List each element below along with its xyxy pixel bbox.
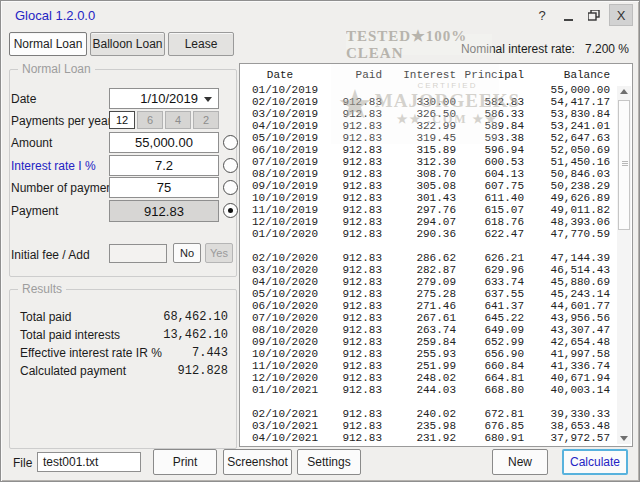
initial-fee-yes-button[interactable]: Yes bbox=[205, 243, 233, 263]
cell: 680.91 bbox=[456, 432, 524, 444]
solve-payment-radio[interactable] bbox=[223, 203, 238, 218]
ppy-option-2[interactable]: 2 bbox=[193, 111, 219, 129]
app-window: Glocal 1.2.0.0 ? X Normal LoanBalloon Lo… bbox=[0, 0, 640, 482]
ppy-option-6[interactable]: 6 bbox=[137, 111, 163, 129]
restore-icon bbox=[588, 10, 600, 21]
table-row[interactable]: 03/10/2019912.83326.50586.3353,830.84 bbox=[240, 108, 632, 120]
table-row[interactable]: 12/10/2019912.83294.07618.7648,393.06 bbox=[240, 216, 632, 228]
table-row[interactable]: 04/10/2021912.83231.92680.9137,972.57 bbox=[240, 432, 632, 444]
result-label: Total paid bbox=[20, 310, 71, 326]
cell: 43,956.56 bbox=[524, 312, 610, 324]
tab-normal-loan[interactable]: Normal Loan bbox=[9, 32, 87, 56]
minimize-button[interactable] bbox=[557, 5, 579, 25]
cell: 235.98 bbox=[382, 420, 456, 432]
scroll-up-icon[interactable] bbox=[620, 89, 628, 94]
ppy-option-12[interactable]: 12 bbox=[109, 111, 135, 129]
payment-input[interactable]: 912.83 bbox=[109, 200, 219, 222]
cell: 312.30 bbox=[382, 156, 456, 168]
table-row[interactable]: 05/10/2019912.83319.45593.3852,647.63 bbox=[240, 132, 632, 144]
cell: 02/10/2019 bbox=[240, 96, 320, 108]
table-row[interactable]: 12/10/2020912.83248.02664.8140,671.94 bbox=[240, 372, 632, 384]
cell: 07/10/2019 bbox=[240, 156, 320, 168]
table-row[interactable]: 04/10/2020912.83279.09633.7445,880.69 bbox=[240, 276, 632, 288]
cell: 53,830.84 bbox=[524, 108, 610, 120]
interest-rate-input[interactable]: 7.2 bbox=[109, 155, 219, 176]
tab-lease[interactable]: Lease bbox=[168, 32, 234, 56]
cell: 12/10/2019 bbox=[240, 216, 320, 228]
solve-interest-radio[interactable] bbox=[223, 158, 238, 173]
new-button[interactable]: New bbox=[492, 449, 548, 475]
table-row[interactable]: 03/10/2021912.83235.98676.8538,653.48 bbox=[240, 420, 632, 432]
interest-rate-label: Interest rate I % bbox=[11, 159, 96, 173]
cell: 03/10/2021 bbox=[240, 420, 320, 432]
settings-button[interactable]: Settings bbox=[297, 449, 361, 475]
cell: 912.83 bbox=[320, 384, 382, 396]
table-row[interactable]: 06/10/2019912.83315.89596.9452,050.69 bbox=[240, 144, 632, 156]
table-row[interactable]: 11/10/2020912.83251.99660.8441,336.74 bbox=[240, 360, 632, 372]
initial-fee-input[interactable] bbox=[109, 244, 167, 263]
table-scrollbar[interactable] bbox=[617, 86, 631, 444]
table-row[interactable]: 11/10/2019912.83297.76615.0749,011.82 bbox=[240, 204, 632, 216]
cell: 912.83 bbox=[320, 360, 382, 372]
print-button[interactable]: Print bbox=[153, 449, 217, 475]
cell: 40,003.14 bbox=[524, 384, 610, 396]
table-row[interactable]: 08/10/2019912.83308.70604.1350,846.03 bbox=[240, 168, 632, 180]
cell: 05/10/2020 bbox=[240, 288, 320, 300]
amount-input[interactable]: 55,000.00 bbox=[109, 132, 219, 153]
cell: 912.83 bbox=[320, 252, 382, 264]
scrollbar-thumb[interactable] bbox=[618, 100, 630, 230]
solve-num-payments-radio[interactable] bbox=[223, 180, 238, 195]
table-row[interactable]: 01/10/2021912.83244.03668.8040,003.14 bbox=[240, 384, 632, 396]
cell: 607.75 bbox=[456, 180, 524, 192]
table-row[interactable]: 03/10/2020912.83282.87629.9646,514.43 bbox=[240, 264, 632, 276]
cell: 10/10/2019 bbox=[240, 192, 320, 204]
amount-label: Amount bbox=[11, 136, 52, 150]
close-button[interactable]: X bbox=[609, 4, 633, 26]
cell: 912.83 bbox=[320, 168, 382, 180]
table-row[interactable]: 08/10/2020912.83263.74649.0943,307.47 bbox=[240, 324, 632, 336]
solve-amount-radio[interactable] bbox=[223, 135, 238, 150]
initial-fee-label: Initial fee / Add bbox=[11, 248, 90, 262]
table-row[interactable]: 10/10/2019912.83301.43611.4049,626.89 bbox=[240, 192, 632, 204]
file-input[interactable]: test001.txt bbox=[37, 452, 141, 472]
scrollbar-grip-icon bbox=[622, 161, 628, 162]
cell: 912.83 bbox=[320, 216, 382, 228]
cell: 271.46 bbox=[382, 300, 456, 312]
table-row[interactable]: 05/10/2020912.83275.28637.5545,243.14 bbox=[240, 288, 632, 300]
tab-balloon-loan[interactable]: Balloon Loan bbox=[90, 32, 165, 56]
table-row[interactable]: 01/10/2020912.83290.36622.4747,770.59 bbox=[240, 228, 632, 240]
screenshot-button[interactable]: Screenshot bbox=[223, 449, 292, 475]
table-row[interactable]: 04/10/2019912.83322.99589.8453,241.01 bbox=[240, 120, 632, 132]
cell: 629.96 bbox=[456, 264, 524, 276]
nominal-interest-rate-label: Nominal interest rate: bbox=[461, 42, 575, 56]
table-row[interactable]: 01/10/201955,000.00 bbox=[240, 84, 632, 96]
cell: 626.21 bbox=[456, 252, 524, 264]
help-button[interactable]: ? bbox=[531, 5, 553, 25]
table-row[interactable]: 02/10/2020912.83286.62626.2147,144.39 bbox=[240, 252, 632, 264]
ppy-option-4[interactable]: 4 bbox=[165, 111, 191, 129]
cell: 912.83 bbox=[320, 300, 382, 312]
table-row[interactable]: 09/10/2020912.83259.84652.9942,654.48 bbox=[240, 336, 632, 348]
normal-loan-group-title: Normal Loan bbox=[18, 62, 95, 76]
result-row: Effective interest rate IR %7.443 bbox=[20, 346, 228, 362]
chevron-down-icon bbox=[204, 97, 212, 102]
table-row[interactable]: 09/10/2019912.83305.08607.7550,238.29 bbox=[240, 180, 632, 192]
initial-fee-no-button[interactable]: No bbox=[173, 243, 201, 263]
table-row[interactable]: 02/10/2021912.83240.02672.8139,330.33 bbox=[240, 408, 632, 420]
date-select[interactable]: 1/10/2019 bbox=[109, 88, 219, 109]
number-of-payments-label: Number of payments bbox=[11, 181, 122, 195]
result-label: Total paid interests bbox=[20, 328, 120, 344]
restore-button[interactable] bbox=[583, 5, 605, 25]
table-row[interactable]: 07/10/2019912.83312.30600.5351,450.16 bbox=[240, 156, 632, 168]
cell: 315.89 bbox=[382, 144, 456, 156]
table-row[interactable]: 10/10/2020912.83255.93656.9041,997.58 bbox=[240, 348, 632, 360]
table-row[interactable]: 06/10/2020912.83271.46641.3744,601.77 bbox=[240, 300, 632, 312]
table-row[interactable]: 02/10/2019912.83330.00582.8354,417.17 bbox=[240, 96, 632, 108]
table-row[interactable]: 07/10/2020912.83267.61645.2243,956.56 bbox=[240, 312, 632, 324]
cell: 240.02 bbox=[382, 408, 456, 420]
calculate-button[interactable]: Calculate bbox=[562, 449, 628, 475]
cell: 912.83 bbox=[320, 348, 382, 360]
number-of-payments-input[interactable]: 75 bbox=[109, 177, 219, 198]
scroll-down-icon[interactable] bbox=[620, 436, 628, 441]
payments-per-year-label: Payments per year bbox=[11, 114, 112, 128]
